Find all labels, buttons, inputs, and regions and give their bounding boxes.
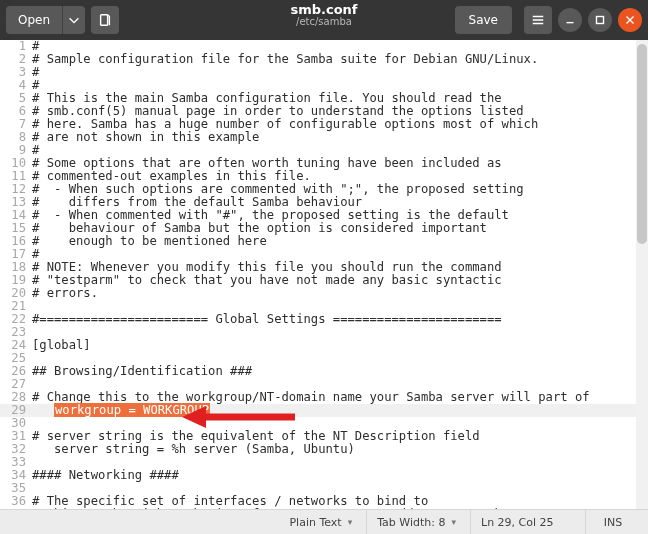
minimize-button[interactable] [558,8,582,32]
tab-width-selector[interactable]: Tab Width: 8 [366,510,466,534]
open-button[interactable]: Open [6,6,62,34]
line-text[interactable]: ## Browsing/Identification ### [32,365,648,378]
line-number: 6 [0,105,32,118]
open-recent-dropdown[interactable] [62,6,85,34]
editor-line[interactable]: 34#### Networking #### [0,469,648,482]
minimize-icon [563,13,577,27]
line-text[interactable]: # are not shown in this example [32,131,648,144]
editor-line[interactable]: 2# Sample configuration file for the Sam… [0,53,648,66]
line-text[interactable]: # [32,66,648,79]
line-text[interactable]: [global] [32,339,648,352]
insert-mode[interactable]: INS [585,510,640,534]
close-icon [623,13,637,27]
maximize-icon [593,13,607,27]
line-number: 8 [0,131,32,144]
status-bar: Plain Text Tab Width: 8 Ln 29, Col 25 IN… [0,509,648,534]
scrollbar-thumb[interactable] [637,44,647,244]
editor-line[interactable]: 29 workgroup = WORKGROUP [0,404,648,417]
save-button[interactable]: Save [455,6,512,34]
line-number: 3 [0,66,32,79]
title-bar: Open smb.conf /etc/samba Save [0,0,648,40]
new-document-icon [98,13,112,27]
line-text[interactable]: # "testparm" to check that you have not … [32,274,648,287]
hamburger-menu-button[interactable] [524,6,552,34]
editor-line[interactable]: 22#======================= Global Settin… [0,313,648,326]
vertical-scrollbar[interactable] [636,40,648,510]
language-selector[interactable]: Plain Text [279,510,362,534]
selected-text[interactable]: workgroup = WORKGROUP [54,403,210,417]
editor-line[interactable]: 20# errors. [0,287,648,300]
svg-rect-0 [101,15,108,26]
line-text[interactable]: workgroup = WORKGROUP [32,404,648,417]
maximize-button[interactable] [588,8,612,32]
editor-line[interactable]: 24[global] [0,339,648,352]
line-text[interactable]: # Sample configuration file for the Samb… [32,53,648,66]
editor-line[interactable]: 8# are not shown in this example [0,131,648,144]
editor-line[interactable]: 26## Browsing/Identification ### [0,365,648,378]
editor-line[interactable]: 3# [0,66,648,79]
cursor-position[interactable]: Ln 29, Col 25 [470,510,581,534]
chevron-down-icon [67,13,81,27]
text-editor[interactable]: 1#2# Sample configuration file for the S… [0,40,648,510]
editor-line[interactable]: 32 server string = %h server (Samba, Ubu… [0,443,648,456]
line-text[interactable]: # errors. [32,287,648,300]
editor-line[interactable]: 23 [0,326,648,339]
new-tab-button[interactable] [91,6,119,34]
line-number: 5 [0,92,32,105]
line-text[interactable]: server string = %h server (Samba, Ubuntu… [32,443,648,456]
line-text[interactable] [32,326,648,339]
line-text[interactable]: # enough to be mentioned here [32,235,648,248]
editor-line[interactable]: 16# enough to be mentioned here [0,235,648,248]
hamburger-icon [531,13,545,27]
svg-rect-1 [597,17,604,24]
line-number: 4 [0,79,32,92]
close-button[interactable] [618,8,642,32]
line-number: 2 [0,53,32,66]
line-number: 7 [0,118,32,131]
line-number: 1 [0,40,32,53]
line-text[interactable]: #### Networking #### [32,469,648,482]
line-text[interactable]: #======================= Global Settings… [32,313,648,326]
open-button-group: Open [6,6,85,34]
